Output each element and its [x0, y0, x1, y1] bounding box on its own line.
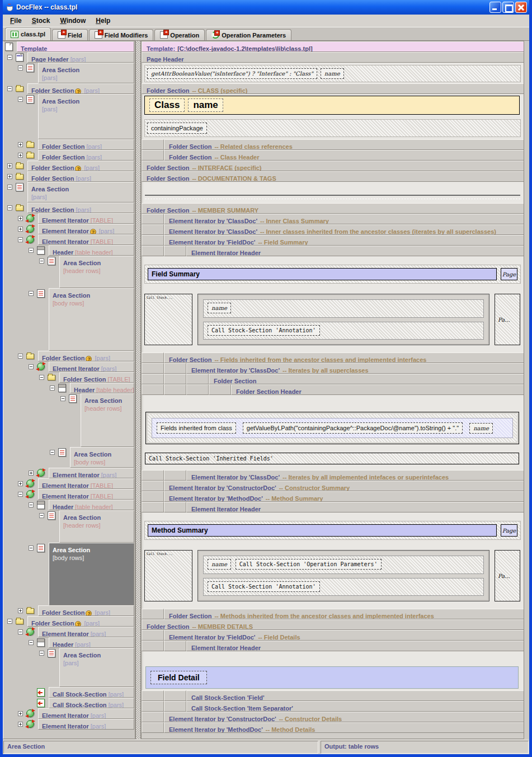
tree-node-bar[interactable]: Header [table header]	[70, 383, 134, 393]
tree-node-bar[interactable]: Folder Section [TABLE]	[59, 372, 134, 383]
collapse-icon[interactable]	[29, 248, 34, 253]
collapse-icon[interactable]	[18, 65, 23, 70]
design-bar[interactable]: Template:[C:\docflex-javadoc-1.2\templat…	[142, 41, 524, 52]
expand-icon[interactable]	[18, 153, 23, 158]
menu-stock[interactable]: Stock	[27, 16, 55, 26]
expand-icon[interactable]	[29, 471, 34, 476]
design-bar-element-iterator-header[interactable]: Element Iterator Header	[142, 502, 524, 512]
design-component-getattrbooleanvalue-isinterfac[interactable]: getAttrBooleanValue("isInterface") ? "In…	[147, 68, 317, 79]
design-bar[interactable]: Folder Section-- MEMBER SUMMARY	[142, 203, 524, 214]
design-component-call-stock-section-annotation[interactable]: Call Stock-Section 'Annotation'	[208, 325, 320, 336]
tree-node-area-section[interactable]: Area Section[pars]	[3, 648, 135, 687]
tree-node-folder-section[interactable]: Folder Section [pars]	[3, 605, 135, 616]
tree-node-call-stock-section[interactable]: Call Stock-Section [pars]	[3, 687, 135, 698]
menu-window[interactable]: Window	[55, 16, 91, 26]
collapse-icon[interactable]	[29, 546, 34, 551]
tree-node-header[interactable]: Header [table header]	[3, 500, 135, 510]
design-bar-element-iterator-by-fielddoc[interactable]: Element Iterator by 'FieldDoc'-- Field D…	[142, 630, 524, 641]
design-bar-element-iterator-by-constructordoc[interactable]: Element Iterator by 'ConstructorDoc'-- C…	[142, 712, 524, 722]
tree-node-bar[interactable]: Header [table header]	[49, 500, 134, 510]
design-bar-folder-section[interactable]: Folder Section-- INTERFACE (specific)	[142, 161, 524, 171]
collapse-icon[interactable]	[50, 450, 55, 455]
tree-node-area-section[interactable]: Area Section[pars]	[3, 63, 135, 83]
tree-node-bar[interactable]: Area Section[header rows]	[81, 393, 134, 447]
design-bar-folder-section[interactable]: Folder Section-- MEMBER DETAILS	[142, 619, 524, 630]
tree-node-area-section[interactable]: Area Section[body rows]	[3, 447, 135, 468]
design-bar-element-iterator-header[interactable]: Element Iterator Header	[142, 246, 524, 256]
maximize-button[interactable]	[502, 2, 514, 13]
tree-node-bar[interactable]: Area Section[pars]	[38, 63, 134, 83]
page-box[interactable]: Page	[501, 524, 517, 537]
tree-node-bar[interactable]: Header [table header]	[49, 245, 134, 256]
tree-node-element-iterator[interactable]: Element Iterator [TABLE]	[3, 234, 135, 245]
tree-node-folder-section[interactable]: Folder Section [pars]	[3, 83, 135, 94]
design-component-name[interactable]: name	[321, 68, 344, 79]
design-bar-element-iterator-header[interactable]: Element Iterator Header	[142, 641, 524, 651]
design-bar[interactable]: Call Stock-Section 'Field'	[186, 690, 524, 701]
menu-help[interactable]: Help	[91, 16, 115, 26]
design-bar[interactable]: Folder Section-- Methods inherited from …	[164, 609, 524, 619]
collapse-icon[interactable]	[7, 55, 12, 60]
design-bar-folder-section[interactable]: Folder Section	[142, 374, 524, 384]
tree-node-element-iterator[interactable]: Element Iterator [TABLE]	[3, 478, 135, 489]
collapse-icon[interactable]	[39, 258, 44, 264]
summary-table-right-cell[interactable]: Pa...	[495, 294, 520, 345]
collapse-icon[interactable]	[18, 97, 23, 102]
tree-node-header[interactable]: Header [table header]	[3, 383, 135, 393]
tree-node-bar[interactable]: Template	[17, 41, 134, 52]
tree-node-folder-section[interactable]: Folder Section [pars]	[3, 351, 135, 361]
design-bar[interactable]: Folder Section	[209, 374, 524, 384]
design-bar-folder-section[interactable]: Folder Section-- Methods inherited from …	[142, 609, 524, 619]
design-bar[interactable]: Element Iterator by 'ClassDoc'-- Iterate…	[186, 470, 524, 481]
design-component-call-stock-section-annotation[interactable]: Call Stock-Section 'Annotation'	[208, 581, 320, 592]
design-component-call-stock-section-operation-p[interactable]: Call Stock-Section 'Operation Parameters…	[236, 559, 382, 570]
tree-node-folder-section[interactable]: Folder Section [TABLE]	[3, 372, 135, 383]
design-component-name[interactable]: name	[208, 303, 231, 313]
tree-node-bar[interactable]: Area Section[pars]	[38, 94, 134, 139]
design-bar[interactable]: Element Iterator by 'ClassDoc'-- Inner C…	[164, 214, 524, 224]
expand-icon[interactable]	[18, 227, 23, 232]
tree-node-element-iterator[interactable]: Element Iterator [pars]	[3, 361, 135, 372]
panel-splitter[interactable]	[135, 41, 141, 739]
tree-node-area-section[interactable]: Area Section[header rows]	[3, 393, 135, 447]
tree-node-folder-section[interactable]: Folder Section [pars]	[3, 161, 135, 171]
design-bar-folder-section[interactable]: Folder Section-- MEMBER SUMMARY	[142, 203, 524, 214]
summary-table-left-cell[interactable]: Call Stock...	[144, 294, 192, 345]
design-bar[interactable]: Folder Section-- INTERFACE (specific)	[142, 161, 524, 171]
tree-node-folder-section[interactable]: Folder Section [pars]	[3, 616, 135, 627]
page-box[interactable]: Page	[501, 268, 517, 280]
tree-node-bar[interactable]: Element Iterator [pars]	[38, 627, 134, 637]
summary-table-right-cell[interactable]: Pa...	[495, 550, 520, 601]
tree-node-folder-section[interactable]: Folder Section [pars]	[3, 203, 135, 213]
tree-node-bar[interactable]: Folder Section [pars]	[38, 605, 134, 616]
design-bar[interactable]: Element Iterator by 'ConstructorDoc'-- C…	[164, 481, 524, 491]
collapse-icon[interactable]	[18, 237, 23, 242]
design-bar[interactable]: Folder Section-- MEMBER DETAILS	[142, 619, 524, 630]
tree-node-area-section[interactable]: Area Section[header rows]	[3, 510, 135, 543]
tree-node-bar[interactable]: Folder Section [pars]	[38, 150, 134, 161]
design-component-name[interactable]: name	[188, 98, 223, 112]
tree-node-element-iterator[interactable]: Element Iterator [pars]	[3, 627, 135, 637]
design-bar[interactable]: Element Iterator by 'FieldDoc'-- Field S…	[164, 235, 524, 246]
tree-node-bar[interactable]: Element Iterator [pars]	[38, 719, 134, 730]
expand-icon[interactable]	[18, 142, 23, 147]
collapse-icon[interactable]	[29, 502, 34, 507]
tree-node-area-section[interactable]: Area Section[pars]	[3, 182, 135, 203]
tree-node-bar[interactable]: Element Iterator [TABLE]	[38, 489, 134, 500]
design-bar-folder-section[interactable]: Folder Section-- Related class reference…	[142, 139, 524, 150]
design-bar[interactable]: Folder Section-- DOCUMENTATION & TAGS	[142, 171, 524, 182]
design-bar-template[interactable]: Template:[C:\docflex-javadoc-1.2\templat…	[142, 41, 524, 52]
design-bar[interactable]: Element Iterator by 'ClassDoc'-- Inner c…	[164, 224, 524, 235]
tree-node-bar[interactable]: Folder Section [pars]	[38, 139, 134, 150]
tree-node-element-iterator[interactable]: Element Iterator [pars]	[3, 224, 135, 234]
collapse-icon[interactable]	[60, 396, 65, 401]
design-component-field-detail[interactable]: Field Detail	[150, 671, 207, 684]
tree-node-folder-section[interactable]: Folder Section [pars]	[3, 139, 135, 150]
tab-field-modifiers[interactable]: Field Modifiers	[89, 29, 154, 40]
design-bar[interactable]: Folder Section-- CLASS (specific)	[142, 83, 524, 94]
design-component-fields-inherited-from-class[interactable]: Fields inherited from class	[157, 422, 236, 434]
tree-node-bar[interactable]: Folder Section [pars]	[38, 351, 134, 361]
design-bar[interactable]: Folder Section-- Fields inherited from t…	[164, 352, 524, 363]
design-component-class[interactable]: Class	[149, 98, 185, 112]
tree-node-bar[interactable]: Element Iterator [pars]	[49, 468, 134, 478]
